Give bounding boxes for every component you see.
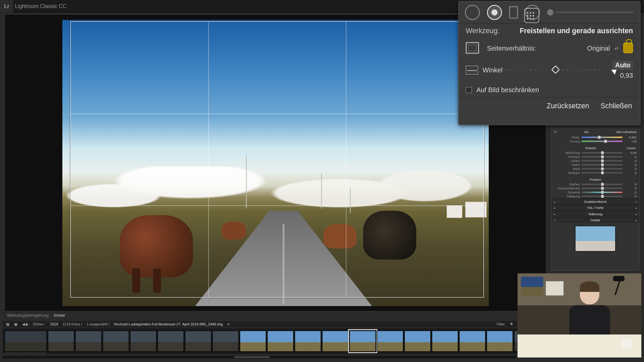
filmstrip-thumb[interactable] — [4, 330, 47, 352]
vibrance-slider[interactable]: Dynamik0 — [551, 190, 639, 194]
slider-value[interactable]: 0 — [624, 183, 637, 186]
aspect-lock-icon[interactable] — [623, 43, 633, 53]
temp-slider[interactable]: Temp. 5.850 — [551, 135, 639, 139]
slider-label: Temp. — [558, 136, 580, 139]
filmstrip-thumb[interactable] — [240, 330, 266, 352]
filter-flag-icon[interactable]: ⚑ — [510, 322, 513, 326]
section-hsl[interactable]: ▸HSL / Farbe◂ — [551, 204, 639, 211]
slider-label: Dynamik — [558, 191, 580, 194]
slider-label: Tönung — [558, 140, 580, 143]
slider-value[interactable]: 0,00 — [624, 151, 637, 154]
aspect-value[interactable]: Original — [587, 44, 610, 52]
filmstrip-thumb[interactable] — [103, 330, 129, 352]
tone-auto-button[interactable]: Autom. — [627, 146, 636, 149]
angle-label: Winkel — [483, 66, 502, 73]
constrain-to-image-checkbox[interactable] — [466, 87, 472, 93]
filmstrip-thumb[interactable] — [322, 330, 348, 352]
folder-label: Ordner : — [33, 322, 46, 326]
filmstrip-thumb-selected[interactable] — [350, 330, 376, 352]
filmstrip-thumb[interactable] — [130, 330, 157, 352]
slider-label: Dunst entfernen — [558, 187, 580, 190]
spot-removal-icon[interactable] — [465, 5, 480, 20]
close-button[interactable]: Schließen — [601, 102, 632, 110]
filmstrip-thumb[interactable] — [487, 330, 513, 352]
wb-preset-value[interactable]: Wie Aufnahme — [616, 130, 637, 134]
scrollbar-thumb[interactable] — [234, 356, 269, 358]
slider-value[interactable]: 0 — [624, 187, 637, 190]
folder-value[interactable]: 2018 — [50, 322, 58, 326]
grid-line — [208, 22, 209, 297]
highlights-slider[interactable]: Lichter0 — [551, 159, 639, 163]
develop-basic-panel: ✎ WA Wie Aufnahme Temp. 5.850 Tönung +19… — [551, 129, 640, 271]
svg-rect-7 — [530, 18, 531, 19]
filmstrip-thumb[interactable] — [75, 330, 102, 352]
crop-tool-icon[interactable] — [524, 8, 539, 23]
slider-value[interactable]: 5.850 — [624, 136, 637, 139]
slider-value[interactable]: 0 — [624, 191, 637, 194]
clarity-slider[interactable]: Klarheit0 — [551, 182, 639, 186]
graduated-filter-icon[interactable] — [509, 6, 518, 18]
filmstrip-thumb[interactable] — [377, 330, 404, 352]
shadows-slider[interactable]: Tiefen0 — [551, 163, 639, 167]
straighten-icon[interactable] — [466, 65, 478, 74]
contrast-slider[interactable]: Kontrast0 — [551, 155, 639, 159]
crop-overlay[interactable] — [70, 21, 484, 298]
overlay-label: Werkzeugüberlagerung: — [7, 313, 49, 317]
slider-value[interactable]: 0 — [624, 171, 637, 174]
filmstrip-thumb[interactable] — [48, 330, 74, 352]
aspect-label: Seitenverhältnis: — [487, 44, 536, 52]
filmstrip-thumb[interactable] — [157, 330, 184, 352]
saturation-slider[interactable]: Sättigung0 — [551, 194, 639, 198]
filmstrip-thumb[interactable] — [404, 330, 431, 352]
angle-slider[interactable] — [507, 66, 604, 74]
slider-value[interactable]: +19 — [624, 140, 637, 143]
mask-opacity-slider[interactable] — [547, 9, 634, 15]
slider-label: Belichtung — [558, 151, 580, 154]
aspect-ratio-icon[interactable] — [466, 42, 479, 54]
filmstrip-thumb[interactable] — [267, 330, 293, 352]
section-split-toning[interactable]: ▸Teiltonung◂ — [551, 211, 639, 217]
grid-line — [346, 22, 346, 297]
slider-label: Sättigung — [558, 195, 580, 198]
filter-label: Filter: — [497, 322, 505, 326]
slider-value[interactable]: 0 — [624, 167, 637, 170]
slider-label: Lichter — [558, 159, 580, 162]
eyedropper-icon[interactable]: ✎ — [554, 130, 557, 134]
filmstrip-thumb[interactable] — [459, 330, 486, 352]
blacks-slider[interactable]: Schwarz0 — [551, 171, 639, 175]
svg-rect-8 — [533, 18, 534, 19]
filmstrip-scrollbar[interactable] — [3, 356, 517, 358]
svg-rect-3 — [527, 15, 528, 16]
window-resize-notch[interactable] — [318, 0, 325, 4]
filmstrip-thumb[interactable] — [185, 330, 211, 352]
secondary-display-icon[interactable]: ▣ — [14, 322, 18, 326]
angle-slider-thumb[interactable] — [551, 65, 560, 74]
detail-preview[interactable] — [575, 226, 615, 252]
wb-abbrev: WA — [584, 130, 589, 134]
exposure-slider[interactable]: Belichtung0,00 — [551, 151, 639, 155]
grid-view-icon[interactable]: ▦ — [6, 322, 10, 326]
filmstrip-thumb[interactable] — [294, 330, 321, 352]
section-tone-curve[interactable]: ▸Gradationskurve◂ — [551, 198, 639, 205]
angle-value[interactable]: 0,93 — [620, 72, 633, 79]
chevron-updown-icon[interactable]: ▴▾ — [614, 46, 619, 51]
filmstrip-thumb[interactable] — [432, 330, 458, 352]
tint-slider[interactable]: Tönung +19 — [551, 139, 639, 143]
whites-slider[interactable]: Weiß0 — [551, 167, 639, 171]
angle-auto-button[interactable]: Auto — [612, 61, 633, 70]
slider-value[interactable]: 0 — [624, 159, 637, 162]
slider-value[interactable]: 0 — [624, 155, 637, 158]
slider-value[interactable]: 0 — [624, 163, 637, 166]
slider-value[interactable]: 0 — [624, 195, 637, 198]
webcam-monitor — [521, 277, 543, 296]
redeye-icon[interactable] — [487, 5, 502, 20]
webcam-lamp — [613, 276, 634, 298]
slider-label: Klarheit — [558, 183, 580, 186]
dehaze-slider[interactable]: Dunst entfernen0 — [551, 186, 639, 190]
crop-tool-panel: Werkzeug: Freistellen und gerade ausrich… — [458, 1, 640, 125]
overlay-mode-value[interactable]: Immer — [54, 313, 65, 317]
slider-label: Kontrast — [558, 155, 580, 158]
reset-button[interactable]: Zurücksetzen — [547, 102, 589, 110]
section-detail[interactable]: ▾Details◂ — [551, 217, 639, 223]
filmstrip-thumb[interactable] — [212, 330, 239, 352]
